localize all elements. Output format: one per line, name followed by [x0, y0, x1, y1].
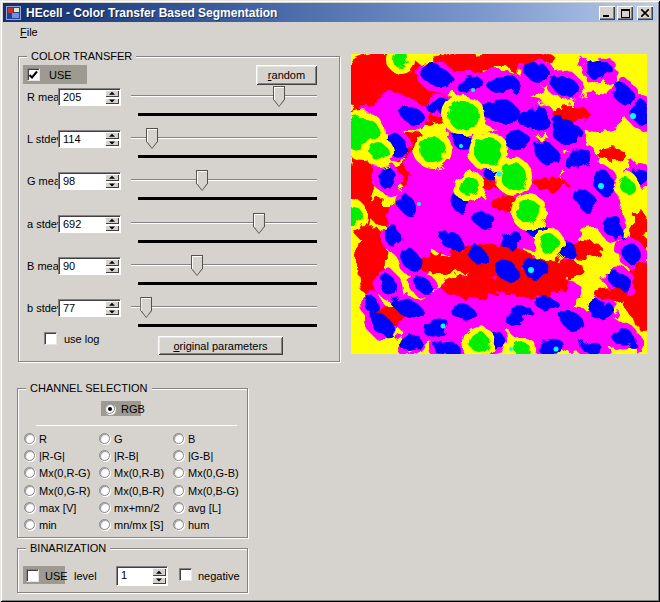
r-mean-slider[interactable] — [131, 86, 317, 110]
g-mean-up-button[interactable] — [105, 174, 119, 181]
slider-track[interactable] — [131, 306, 317, 308]
radio-mnmx-s-label: mn/mx [S] — [114, 519, 164, 531]
radio-abs-r-b[interactable] — [99, 450, 110, 461]
r-mean-input[interactable]: 205 — [58, 88, 121, 106]
radio-mx0gb-label: Mx(0,G-B) — [188, 467, 239, 479]
slider-track[interactable] — [131, 264, 317, 266]
slider-track[interactable] — [131, 222, 317, 224]
radio-hum-label: hum — [188, 519, 209, 531]
use-binarization-label: USE — [45, 570, 68, 582]
radio-g[interactable] — [99, 433, 110, 444]
radio-rgb-label: RGB — [121, 403, 145, 415]
binarization-group: BINARIZATION USE level 1 negative — [17, 548, 248, 593]
a-stdev-range-bar — [138, 240, 317, 243]
radio-max-v[interactable] — [24, 502, 35, 513]
b-mean-input[interactable]: 90 — [58, 257, 121, 275]
radio-mx0bg[interactable] — [173, 485, 184, 496]
random-button[interactable]: random — [256, 65, 317, 85]
g-mean-down-button[interactable] — [105, 182, 119, 189]
level-label: level — [74, 570, 97, 582]
slider-thumb[interactable] — [191, 255, 203, 276]
a-stdev-input[interactable]: 692 — [58, 215, 121, 233]
use-log-label: use log — [64, 333, 99, 345]
level-down-button[interactable] — [152, 577, 166, 585]
a-stdev-up-button[interactable] — [105, 217, 119, 224]
radio-mx0rb[interactable] — [99, 467, 110, 478]
close-icon — [641, 9, 649, 17]
g-mean-slider[interactable] — [131, 170, 317, 194]
radio-r[interactable] — [24, 433, 35, 444]
g-mean-range-bar — [138, 197, 317, 200]
app-icon — [6, 6, 21, 20]
use-log-checkbox[interactable] — [44, 332, 57, 345]
radio-mx0gr[interactable] — [24, 485, 35, 496]
b-stdev-slider[interactable] — [131, 297, 317, 321]
r-mean-down-button[interactable] — [105, 98, 119, 105]
radio-r-label: R — [39, 433, 47, 445]
b-stdev-range-bar — [138, 324, 317, 327]
radio-mx0br[interactable] — [99, 485, 110, 496]
slider-thumb[interactable] — [146, 128, 158, 149]
radio-b-label: B — [188, 433, 195, 445]
app-window: HEcell - Color Transfer Based Segmentati… — [0, 0, 660, 602]
use-color-transfer-checkbox[interactable] — [27, 68, 40, 81]
channel-selection-group: CHANNEL SELECTION RGB R G B |R-G| |R-B| … — [17, 388, 248, 538]
slider-thumb[interactable] — [196, 170, 208, 191]
radio-mx0rg-label: Mx(0,R-G) — [39, 467, 90, 479]
r-mean-up-button[interactable] — [105, 90, 119, 97]
radio-avg-l-label: avg [L] — [188, 502, 221, 514]
radio-abs-r-b-label: |R-B| — [114, 450, 139, 462]
level-up-button[interactable] — [152, 568, 166, 576]
window-title: HEcell - Color Transfer Based Segmentati… — [26, 6, 277, 20]
minimize-button[interactable] — [599, 6, 615, 20]
b-stdev-input[interactable]: 77 — [58, 299, 121, 317]
slider-track[interactable] — [131, 95, 317, 97]
radio-mx0gr-label: Mx(0,G-R) — [39, 485, 90, 497]
radio-rgb[interactable] — [104, 403, 115, 414]
l-stdev-input[interactable]: 114 — [58, 130, 121, 148]
a-stdev-slider[interactable] — [131, 213, 317, 237]
radio-abs-g-b[interactable] — [173, 450, 184, 461]
close-button[interactable] — [637, 6, 653, 20]
radio-mx0rg[interactable] — [24, 467, 35, 478]
slider-thumb[interactable] — [253, 213, 265, 234]
radio-mnmx-s[interactable] — [99, 519, 110, 530]
menu-file[interactable]: File — [14, 24, 44, 40]
radio-g-label: G — [114, 433, 123, 445]
a-stdev-down-button[interactable] — [105, 225, 119, 232]
use-binarization-checkbox[interactable] — [26, 569, 39, 582]
negative-label: negative — [198, 570, 240, 582]
radio-hum[interactable] — [173, 519, 184, 530]
radio-mxmn2[interactable] — [99, 502, 110, 513]
original-parameters-button[interactable]: original parameters — [158, 336, 283, 355]
g-mean-input[interactable]: 98 — [58, 172, 121, 190]
l-stdev-slider[interactable] — [131, 128, 317, 152]
radio-avg-l[interactable] — [173, 502, 184, 513]
b-mean-down-button[interactable] — [105, 267, 119, 274]
radio-mx0bg-label: Mx(0,B-G) — [188, 485, 239, 497]
radio-min-label: min — [39, 519, 57, 531]
b-mean-range-bar — [138, 282, 317, 285]
color-transfer-group-title: COLOR TRANSFER — [27, 50, 136, 62]
slider-track[interactable] — [131, 179, 317, 181]
color-transfer-group: COLOR TRANSFER USE random R mean 205 L s… — [18, 56, 340, 362]
b-stdev-down-button[interactable] — [105, 309, 119, 316]
level-input[interactable]: 1 — [116, 566, 168, 586]
radio-abs-r-g-label: |R-G| — [39, 450, 65, 462]
radio-min[interactable] — [24, 519, 35, 530]
radio-abs-r-g[interactable] — [24, 450, 35, 461]
negative-checkbox[interactable] — [179, 568, 192, 581]
b-stdev-up-button[interactable] — [105, 301, 119, 308]
slider-thumb[interactable] — [140, 297, 152, 318]
b-mean-up-button[interactable] — [105, 259, 119, 266]
b-mean-slider[interactable] — [131, 255, 317, 279]
slider-track[interactable] — [131, 137, 317, 139]
l-stdev-down-button[interactable] — [105, 140, 119, 147]
segmented-cell-image — [351, 54, 647, 354]
maximize-button[interactable] — [617, 6, 633, 20]
slider-thumb[interactable] — [273, 86, 285, 107]
menu-bar: File — [3, 22, 657, 42]
radio-b[interactable] — [173, 433, 184, 444]
l-stdev-up-button[interactable] — [105, 132, 119, 139]
radio-mx0gb[interactable] — [173, 467, 184, 478]
